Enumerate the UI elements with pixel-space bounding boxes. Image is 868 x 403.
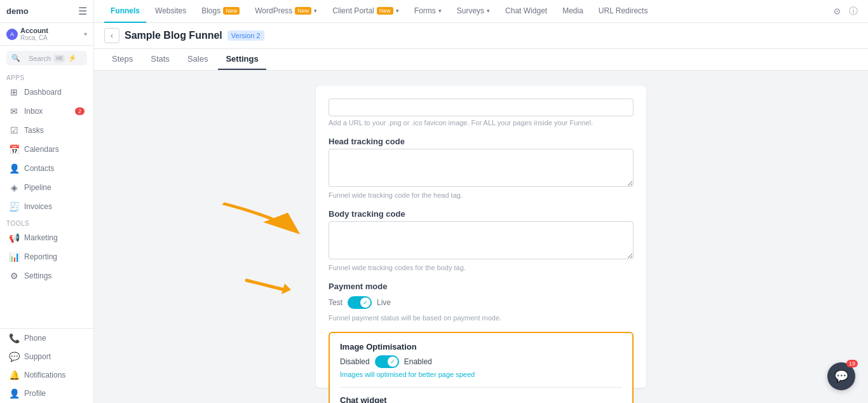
sidebar-item-label: Settings: [24, 271, 51, 280]
account-switcher[interactable]: A Account Roca, CA ▾: [0, 23, 93, 46]
nav-label: Media: [562, 6, 583, 15]
page-header: ‹ Sample Blog Funnel Version 2: [94, 23, 868, 49]
tab-label: Settings: [226, 54, 258, 64]
sidebar-item-settings[interactable]: ⚙ Settings: [3, 267, 91, 285]
back-button[interactable]: ‹: [104, 28, 119, 43]
content-area: Add a URL to your .png or .ico favicon i…: [94, 71, 868, 403]
chevron-down-icon: ▾: [314, 8, 317, 14]
tab-label: Steps: [112, 54, 133, 64]
tab-stats[interactable]: Stats: [143, 49, 177, 70]
sidebar-item-label: Profile: [24, 389, 46, 398]
hamburger-icon[interactable]: ☰: [78, 5, 87, 17]
tab-label: Stats: [151, 54, 170, 64]
chat-fab[interactable]: 💬 19: [827, 362, 855, 390]
new-badge: New: [223, 7, 240, 15]
nav-media[interactable]: Media: [556, 0, 590, 23]
nav-wordpress[interactable]: WordPress New ▾: [248, 0, 323, 23]
body-tracking-field-group: Body tracking code Funnel wide tracking …: [329, 209, 634, 271]
chat-icon: 💬: [834, 369, 848, 383]
search-bar[interactable]: 🔍 Search ⌘K ⚡: [6, 51, 87, 65]
sidebar: demo ☰ A Account Roca, CA ▾ 🔍 Search ⌘K …: [0, 0, 94, 403]
sidebar-item-inbox[interactable]: ✉ Inbox 2: [3, 102, 91, 120]
sidebar-item-label: Invoices: [24, 202, 52, 211]
image-optimisation-hint: Images will optimised for better page sp…: [340, 371, 622, 378]
main-content: Funnels Websites Blogs New WordPress New…: [94, 0, 868, 403]
info-icon[interactable]: ⓘ: [849, 6, 858, 17]
nav-label: Funnels: [111, 6, 140, 15]
nav-blogs[interactable]: Blogs New: [195, 0, 246, 23]
nav-label: Blogs: [201, 6, 220, 15]
gear-icon[interactable]: ⚙: [833, 6, 841, 17]
chevron-down-icon: ▾: [84, 31, 87, 38]
tab-settings[interactable]: Settings: [218, 49, 266, 70]
toggle-thumb: [388, 357, 398, 367]
sidebar-item-tasks[interactable]: ☑ Tasks: [3, 121, 91, 139]
nav-label: Forms: [414, 6, 436, 15]
account-sub: Roca, CA: [20, 34, 81, 41]
nav-websites[interactable]: Websites: [149, 0, 193, 23]
sidebar-item-label: Calendars: [24, 145, 59, 154]
inbox-icon: ✉: [9, 106, 19, 116]
nav-client-portal[interactable]: Client Portal New ▾: [326, 0, 405, 23]
sidebar-item-marketing[interactable]: 📢 Marketing: [3, 229, 91, 247]
favicon-input[interactable]: [329, 99, 634, 116]
lightning-icon: ⚡: [68, 54, 82, 62]
nav-url-redirects[interactable]: URL Redirects: [592, 0, 654, 23]
live-label: Live: [377, 298, 391, 307]
nav-chat-widget[interactable]: Chat Widget: [499, 0, 553, 23]
tasks-icon: ☑: [9, 125, 19, 135]
head-tracking-label: Head tracking code: [329, 137, 634, 146]
favicon-field-group: Add a URL to your .png or .ico favicon i…: [329, 99, 634, 126]
sub-tabs: Steps Stats Sales Settings: [94, 49, 868, 71]
hint-post: for better page speed: [407, 371, 475, 378]
sidebar-item-calendars[interactable]: 📅 Calendars: [3, 140, 91, 158]
version-badge: Version 2: [227, 31, 264, 41]
payment-mode-label: Payment mode: [329, 282, 634, 291]
marketing-icon: 📢: [9, 233, 19, 243]
nav-forms[interactable]: Forms ▾: [408, 0, 448, 23]
favicon-hint: Add a URL to your .png or .ico favicon i…: [329, 119, 634, 126]
body-tracking-textarea[interactable]: [329, 221, 634, 259]
sidebar-item-contacts[interactable]: 👤 Contacts: [3, 160, 91, 177]
sidebar-item-label: Pipeline: [24, 183, 51, 192]
body-tracking-hint: Funnel wide tracking codes for the body …: [329, 264, 634, 271]
nav-funnels[interactable]: Funnels: [104, 0, 146, 23]
account-name: Account: [20, 27, 81, 34]
tab-steps[interactable]: Steps: [104, 49, 140, 70]
settings-icon: ⚙: [9, 271, 19, 281]
sidebar-item-reporting[interactable]: 📊 Reporting: [3, 248, 91, 266]
nav-label: Surveys: [457, 6, 484, 15]
sidebar-item-support[interactable]: 💬 Support: [3, 348, 91, 365]
phone-icon: 📞: [9, 333, 19, 343]
tab-label: Sales: [187, 54, 208, 64]
account-info: Account Roca, CA: [20, 27, 81, 41]
sidebar-item-label: Dashboard: [24, 88, 62, 97]
sidebar-item-label: Contacts: [24, 164, 54, 173]
sidebar-item-notifications[interactable]: 🔔 Notifications: [3, 366, 91, 384]
sidebar-item-label: Inbox: [24, 107, 43, 116]
head-tracking-field-group: Head tracking code Funnel wide tracking …: [329, 137, 634, 199]
nav-label: URL Redirects: [599, 6, 648, 15]
sidebar-item-invoices[interactable]: 🧾 Invoices: [3, 198, 91, 215]
nav-label: WordPress: [255, 6, 292, 15]
nav-label: Websites: [155, 6, 186, 15]
sidebar-item-pipeline[interactable]: ◈ Pipeline: [3, 179, 91, 196]
image-optimisation-toggle[interactable]: [375, 355, 399, 368]
sidebar-item-phone[interactable]: 📞 Phone: [3, 329, 91, 347]
chevron-down-icon: ▾: [487, 8, 490, 14]
calendars-icon: 📅: [9, 144, 19, 154]
divider: [340, 387, 622, 388]
chevron-down-icon: ▾: [396, 8, 399, 14]
dashboard-icon: ⊞: [9, 87, 19, 97]
nav-surveys[interactable]: Surveys ▾: [451, 0, 496, 23]
head-tracking-textarea[interactable]: [329, 149, 634, 187]
search-label: Search: [29, 55, 51, 62]
image-optimisation-toggle-row: Disabled Enabled: [340, 355, 622, 368]
settings-panel: Add a URL to your .png or .ico favicon i…: [316, 86, 646, 388]
sidebar-item-dashboard[interactable]: ⊞ Dashboard: [3, 83, 91, 101]
test-label: Test: [329, 298, 342, 307]
tab-sales[interactable]: Sales: [180, 49, 216, 70]
sidebar-item-profile[interactable]: 👤 Profile: [3, 385, 91, 402]
new-badge: New: [295, 7, 311, 15]
payment-mode-toggle[interactable]: [348, 296, 372, 309]
